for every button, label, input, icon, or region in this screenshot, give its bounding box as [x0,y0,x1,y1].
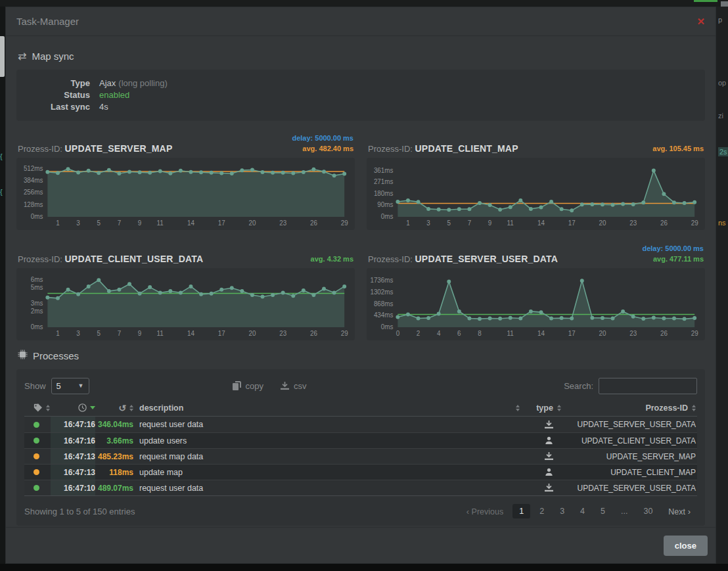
sort-icon [557,405,561,411]
chart-delay: delay: 5000.00 ms [642,243,704,254]
pagination-next[interactable]: Next › [662,504,697,519]
svg-text:26: 26 [660,219,668,227]
status-dot [34,453,39,459]
svg-text:1302ms: 1302ms [370,288,393,296]
background-gray-chip [721,1,728,7]
svg-text:9: 9 [138,330,142,337]
header-time[interactable] [51,403,95,412]
status-cell [24,433,51,448]
description-cell: update map [133,465,525,480]
sync-lastsync-value: 4s [99,101,108,113]
svg-text:29: 29 [341,330,348,337]
svg-text:3ms: 3ms [31,300,43,307]
server-download-icon [545,484,553,492]
sync-status-row: Status enabled [26,89,696,101]
pagination-page-30[interactable]: 30 [637,504,659,518]
svg-text:26: 26 [310,330,317,337]
chip-icon [18,350,28,361]
svg-text:29: 29 [691,219,698,227]
description-cell: request user data [133,480,525,495]
modal-title: Task-Manager [16,16,79,27]
prozess-id-value: UPDATE_SERVER_MAP [65,143,173,154]
description-cell: request map data [133,449,525,464]
svg-text:5: 5 [97,330,101,337]
background-fragment: p [718,16,722,24]
pagination-page-4[interactable]: 4 [574,504,591,518]
svg-text:1: 1 [56,219,60,227]
table-row: 16:47:10489.07msrequest user dataUPDATE_… [24,480,697,495]
svg-text:3: 3 [76,219,80,227]
svg-text:23: 23 [279,219,286,227]
chart-meta: delay: 5000.00 ms avg. 482.40 ms [292,133,353,154]
status-cell [24,465,51,480]
chart-title: Prozess-ID: UPDATE_CLIENT_USER_DATA [18,254,203,264]
close-icon[interactable]: ✕ [696,16,705,26]
background-topbar [0,0,728,7]
chart-area: 0ms2ms3ms5ms6ms1357911141720232629 [16,268,355,340]
sort-icon [46,405,50,411]
table-controls: Show 5 ▼ copy csv Search: [24,376,697,396]
header-prozess-id[interactable]: Prozess-ID [572,403,697,413]
type-cell [525,480,572,495]
background-map-control [0,36,5,77]
svg-text:17: 17 [568,219,576,227]
type-cell [525,417,572,432]
status-dot [34,438,39,444]
svg-text:9: 9 [488,219,492,227]
prozess-id-value: UPDATE_CLIENT_USER_DATA [65,254,204,264]
sync-status-value: enabled [99,89,129,101]
duration-cell: 3.66ms [95,433,133,448]
page-length-select[interactable]: 5 ▼ [51,378,89,394]
pagination-pages: 12345...30 [512,504,659,518]
next-label: Next [668,507,685,516]
svg-text:1: 1 [56,330,60,337]
table-bottom-border [24,495,697,496]
svg-text:26: 26 [660,330,668,337]
header-type[interactable]: type [525,403,572,413]
close-button[interactable]: close [664,536,708,556]
chart-avg: avg. 477.11 ms [642,254,704,264]
search-input[interactable] [599,378,697,394]
pagination-page-2[interactable]: 2 [533,504,551,518]
copy-button[interactable]: copy [233,381,263,391]
clock-icon [78,403,87,412]
svg-text:1: 1 [406,219,410,227]
csv-label: csv [294,381,307,391]
prozess-id-value: UPDATE_CLIENT_MAP [415,143,518,154]
background-fragment: op [718,79,726,87]
pagination-page-3[interactable]: 3 [553,504,571,518]
header-status[interactable] [24,403,51,412]
sort-icon [692,405,696,411]
map-sync-heading-label: Map sync [32,51,74,62]
header-prozess-id-label: Prozess-ID [645,403,688,413]
svg-text:384ms: 384ms [24,177,43,184]
svg-text:20: 20 [599,330,606,337]
table-footer: Showing 1 to 5 of 150 entries ‹ Previous… [24,502,697,520]
header-duration[interactable]: ↺ [95,403,133,413]
pagination-previous[interactable]: ‹ Previous [460,504,511,519]
duration-cell: 118ms [95,465,133,480]
svg-text:9: 9 [138,219,142,227]
chart-delay [311,243,353,254]
chart-title-row: Prozess-ID: UPDATE_CLIENT_MAP avg. 105.4… [367,130,705,154]
chart-card-update-server-map: Prozess-ID: UPDATE_SERVER_MAP delay: 500… [16,130,355,230]
select-caret-icon: ▼ [78,382,84,389]
background-fragment: 2s [718,147,728,156]
duration-cell: 346.04ms [95,417,133,432]
chart-area: 0ms90ms180ms271ms361ms135791114172023262… [367,158,705,230]
svg-text:5: 5 [97,219,101,227]
sync-status-label: Status [26,89,99,101]
status-dot [34,422,39,428]
svg-text:20: 20 [248,219,256,227]
chart-title-row: Prozess-ID: UPDATE_SERVER_USER_DATA dela… [367,240,705,264]
chart-avg: avg. 482.40 ms [292,143,353,154]
pagination-page-1[interactable]: 1 [512,504,530,518]
svg-text:361ms: 361ms [374,166,394,173]
svg-text:868ms: 868ms [374,300,394,308]
header-description[interactable]: description [133,403,525,413]
csv-button[interactable]: csv [281,381,307,391]
pagination-page-5[interactable]: 5 [594,504,612,518]
prozess-id-label: Prozess-ID: [18,254,62,264]
svg-text:5ms: 5ms [31,284,43,291]
modal-body: ⇄ Map sync Type Ajax (long polling) Stat… [6,36,716,527]
